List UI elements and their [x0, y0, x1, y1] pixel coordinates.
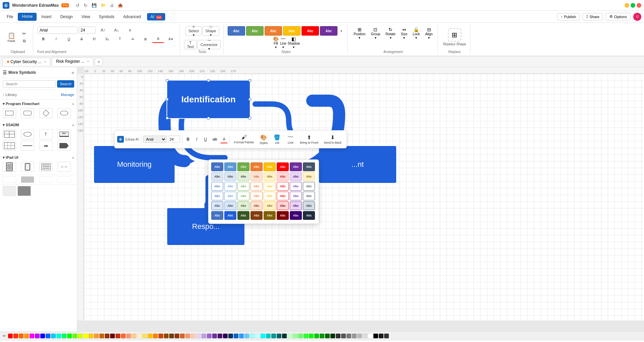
- color-swatch[interactable]: [116, 334, 120, 338]
- style-swatch-0-5[interactable]: Abc: [277, 162, 289, 171]
- styles-expand-btn[interactable]: ▾: [338, 26, 344, 36]
- tab-risk-register[interactable]: Risk Register ... ×: [52, 57, 94, 66]
- color-swatch[interactable]: [309, 334, 314, 338]
- redo-button[interactable]: ↻: [82, 2, 89, 9]
- color-swatch[interactable]: [320, 334, 324, 338]
- size-btn[interactable]: ⇔Size▾: [399, 26, 409, 40]
- color-swatch[interactable]: [314, 334, 319, 338]
- style-swatch-2-3[interactable]: Abc: [250, 182, 263, 191]
- extra-shape-2[interactable]: [21, 176, 34, 183]
- style-swatch-2-4[interactable]: Abc: [264, 182, 276, 191]
- color-swatch[interactable]: [169, 334, 174, 338]
- handle-tl[interactable]: [166, 79, 169, 82]
- menu-file[interactable]: File: [3, 13, 17, 20]
- decrease-font-btn[interactable]: A↓: [110, 26, 123, 34]
- copy-button[interactable]: ⧉: [18, 38, 30, 44]
- style-swatch-4-1[interactable]: Abc: [224, 201, 236, 210]
- style-swatch-3-0[interactable]: Abc: [211, 192, 223, 200]
- increase-font-btn[interactable]: A↑: [97, 26, 109, 34]
- style-swatch-3[interactable]: Abc: [283, 26, 301, 36]
- color-swatch[interactable]: [110, 334, 115, 338]
- color-swatch[interactable]: [271, 334, 276, 338]
- style-swatch-0[interactable]: Abc: [228, 26, 245, 36]
- ft-line-btn[interactable]: 〰 Line: [284, 132, 296, 147]
- ft-font-family[interactable]: Arial: [143, 136, 167, 143]
- style-swatch-2-7[interactable]: Abc: [303, 182, 315, 191]
- font-color-btn[interactable]: A: [152, 35, 164, 43]
- color-swatch[interactable]: [121, 334, 126, 338]
- style-swatch-5-2[interactable]: Abc: [237, 211, 249, 220]
- style-swatch-3-5[interactable]: Abc: [277, 192, 289, 200]
- color-swatch[interactable]: [304, 334, 308, 338]
- program-flowchart-header[interactable]: ▾ Program Flowchart ×: [3, 101, 74, 107]
- font-family-input[interactable]: [37, 27, 78, 34]
- color-swatch[interactable]: [325, 334, 330, 338]
- position-btn[interactable]: ⊞Position▾: [352, 26, 368, 40]
- color-swatch[interactable]: [180, 334, 185, 338]
- style-swatch-1-0[interactable]: Abc: [211, 172, 223, 181]
- subscript-btn[interactable]: X₂: [101, 35, 113, 43]
- ft-italic-btn[interactable]: I: [193, 135, 200, 143]
- identification-shape[interactable]: Identification: [167, 81, 250, 118]
- color-swatch[interactable]: [379, 334, 383, 338]
- color-swatch[interactable]: [35, 334, 40, 338]
- ssadm-shape-1[interactable]: [3, 129, 16, 139]
- style-swatch-4-5[interactable]: Abc: [277, 201, 289, 210]
- canvas-area[interactable]: -20 0 20 40 60 80 100 120 140 160 180 20…: [77, 67, 644, 331]
- style-swatch-3-3[interactable]: Abc: [250, 192, 263, 200]
- color-swatch[interactable]: [223, 334, 228, 338]
- sidebar-more-icon[interactable]: ☰: [3, 70, 7, 75]
- color-swatch[interactable]: [368, 334, 373, 338]
- search-input[interactable]: [3, 80, 56, 88]
- handle-ml[interactable]: [166, 98, 169, 101]
- style-swatch-3-2[interactable]: Abc: [237, 192, 249, 200]
- color-swatch[interactable]: [239, 334, 244, 338]
- save-button[interactable]: 💾: [90, 2, 98, 9]
- shape-oval[interactable]: [57, 108, 71, 118]
- color-swatch[interactable]: [266, 334, 271, 338]
- color-swatch[interactable]: [341, 334, 346, 338]
- program-flowchart-close[interactable]: ×: [72, 102, 74, 106]
- style-swatch-2-6[interactable]: Abc: [290, 182, 302, 191]
- color-swatch[interactable]: [164, 334, 169, 338]
- style-swatch-4-7[interactable]: Abc: [303, 201, 315, 210]
- style-swatch-5-6[interactable]: Abc: [290, 211, 302, 220]
- style-swatch-4-4[interactable]: Abc: [264, 201, 276, 210]
- italic-btn[interactable]: I: [50, 35, 62, 43]
- menu-symbols[interactable]: Symbols: [95, 13, 119, 20]
- color-swatch[interactable]: [46, 334, 50, 338]
- add-tab-button[interactable]: +: [95, 58, 103, 66]
- menu-design[interactable]: Design: [56, 13, 77, 20]
- style-swatch-3-1[interactable]: Abc: [224, 192, 236, 200]
- style-swatch-2-0[interactable]: Abc: [211, 182, 223, 191]
- handle-mr[interactable]: [248, 98, 251, 101]
- ssadm-header[interactable]: ▾ SSADM ×: [3, 122, 74, 128]
- align-btn-ribbon[interactable]: ⊟Align▾: [423, 26, 434, 40]
- style-swatch-5-1[interactable]: Abc: [224, 211, 236, 220]
- shape-diamond[interactable]: [39, 108, 53, 118]
- ft-font-size[interactable]: [168, 136, 180, 143]
- shape-rect[interactable]: [3, 108, 16, 118]
- color-swatch[interactable]: [148, 334, 152, 338]
- treatment-shape[interactable]: ...nt: [319, 146, 396, 183]
- style-swatch-2-1[interactable]: Abc: [224, 182, 236, 191]
- color-swatch[interactable]: [105, 334, 109, 338]
- library-header[interactable]: ↑ Library Manage: [3, 91, 74, 98]
- ssadm-shape-2[interactable]: [21, 129, 34, 139]
- color-swatch[interactable]: [73, 334, 77, 338]
- fill-btn-ribbon[interactable]: 🎨 Fill▾: [273, 36, 279, 49]
- style-swatch-0-2[interactable]: Abc: [237, 162, 249, 171]
- ssadm-shape-8[interactable]: [57, 141, 71, 151]
- align-btn[interactable]: ≡: [124, 26, 136, 34]
- style-swatch-1-5[interactable]: Abc: [277, 172, 289, 181]
- style-swatch-5-7[interactable]: Abc: [303, 211, 315, 220]
- color-swatch[interactable]: [250, 334, 255, 338]
- color-swatch[interactable]: [40, 334, 45, 338]
- ft-strike-btn[interactable]: ab: [211, 135, 219, 143]
- color-swatch[interactable]: [175, 334, 179, 338]
- style-swatch-2-2[interactable]: Abc: [237, 182, 249, 191]
- color-swatch[interactable]: [153, 334, 158, 338]
- style-swatch-2[interactable]: Abc: [265, 26, 282, 36]
- bold-btn[interactable]: B: [37, 35, 49, 43]
- color-swatch[interactable]: [19, 334, 24, 338]
